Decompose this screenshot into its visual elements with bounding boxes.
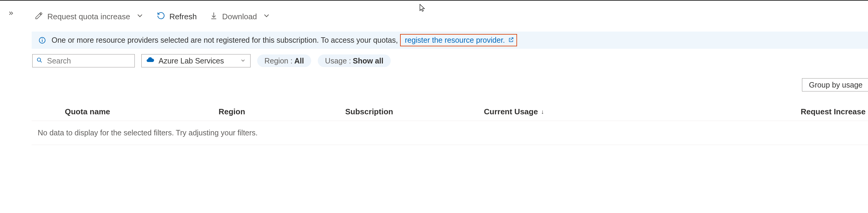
download-icon <box>210 11 218 22</box>
request-quota-increase-label: Request quota increase <box>47 12 130 21</box>
usage-filter-value: Show all <box>353 57 383 65</box>
command-bar: Request quota increase Refresh Download <box>35 11 271 22</box>
request-quota-increase-button[interactable]: Request quota increase <box>35 11 144 22</box>
column-header-current-usage[interactable]: Current Usage ↓ <box>484 107 737 116</box>
chevron-down-icon <box>262 11 271 22</box>
info-icon <box>38 36 46 44</box>
expand-sidebar-chevron[interactable] <box>7 10 14 19</box>
refresh-icon <box>157 11 165 22</box>
quota-table: Quota name Region Subscription Current U… <box>32 103 868 145</box>
svg-point-2 <box>42 38 42 39</box>
empty-state-message: No data to display for the selected filt… <box>32 121 868 145</box>
register-provider-link-text: register the resource provider. <box>405 36 505 44</box>
external-link-icon <box>508 36 514 44</box>
refresh-label: Refresh <box>169 12 197 21</box>
usage-filter-label: Usage : <box>325 57 351 65</box>
usage-filter-pill[interactable]: Usage : Show all <box>318 55 391 67</box>
sort-down-icon: ↓ <box>541 108 544 115</box>
column-header-current-usage-label: Current Usage <box>484 107 538 116</box>
provider-select[interactable]: Azure Lab Services <box>142 54 251 67</box>
mouse-cursor-icon <box>418 4 427 12</box>
svg-point-3 <box>37 58 41 61</box>
region-filter-value: All <box>294 57 304 65</box>
cloud-icon <box>146 56 154 66</box>
search-box[interactable] <box>32 54 135 67</box>
column-header-subscription[interactable]: Subscription <box>345 107 484 116</box>
region-filter-label: Region : <box>265 57 292 65</box>
search-icon <box>36 57 43 65</box>
download-button[interactable]: Download <box>210 11 271 22</box>
info-banner: One or more resource providers selected … <box>32 32 868 49</box>
refresh-button[interactable]: Refresh <box>157 11 197 22</box>
region-filter-pill[interactable]: Region : All <box>257 55 311 67</box>
column-header-quota-name[interactable]: Quota name <box>32 107 219 116</box>
download-label: Download <box>222 12 257 21</box>
chevron-down-icon <box>240 57 246 65</box>
column-header-region[interactable]: Region <box>219 107 345 116</box>
table-header-row: Quota name Region Subscription Current U… <box>32 103 868 121</box>
group-by-label: Group by usage <box>809 81 863 90</box>
provider-selected-label: Azure Lab Services <box>159 57 236 65</box>
column-header-request-increase[interactable]: Request Increase <box>737 107 868 116</box>
search-input[interactable] <box>47 57 142 65</box>
group-by-select[interactable]: Group by usage <box>802 78 868 92</box>
filters-row: Azure Lab Services Region : All Usage : … <box>32 54 391 67</box>
highlighted-link-box: register the resource provider. <box>400 34 517 46</box>
banner-message: One or more resource providers selected … <box>52 36 398 44</box>
chevron-down-icon <box>136 11 144 22</box>
pencil-icon <box>35 11 43 22</box>
svg-line-4 <box>40 61 41 62</box>
register-provider-link[interactable]: register the resource provider. <box>405 36 514 44</box>
